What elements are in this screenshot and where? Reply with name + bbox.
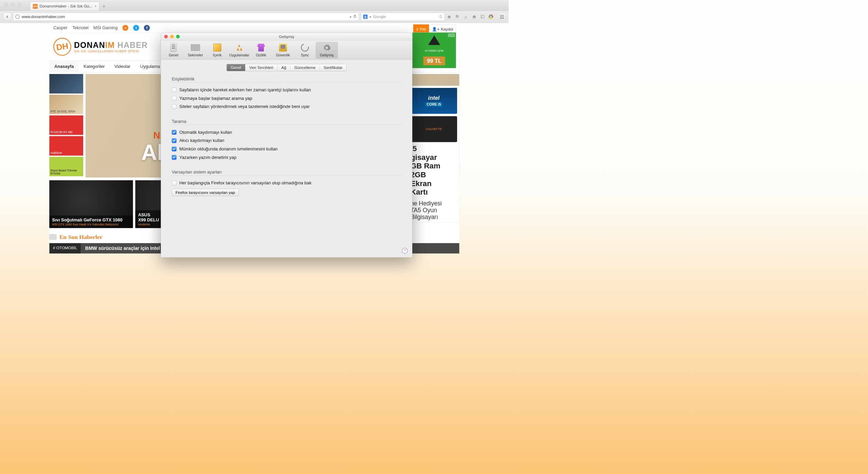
switch-icon: [170, 43, 177, 52]
subtab-update[interactable]: Güncelleme: [290, 64, 320, 71]
logo-mark-icon: DH: [52, 37, 73, 57]
globe-icon: [15, 15, 20, 19]
check-autoscroll[interactable]: Otomatik kaydırmayı kullan: [171, 128, 402, 136]
sidebar-icon[interactable]: [480, 14, 485, 19]
checkbox-checked-icon[interactable]: [172, 130, 177, 135]
prefs-tb-advanced[interactable]: Gelişmiş: [316, 42, 338, 59]
gpu-image-icon: GIGABYTE: [411, 116, 457, 142]
downloads-icon[interactable]: [463, 14, 468, 19]
ad-atombilisim[interactable]: ⓘ✕ ATOMBİLİŞİM 99 TL: [412, 33, 456, 68]
news-stack-icon: [49, 234, 56, 240]
minimize-dot-icon[interactable]: [11, 3, 15, 7]
url-text: www.donanimhaber.com: [22, 14, 348, 19]
browser-chrome: DH DonanımHaber - Sık Sık Gü... × + www.…: [0, 0, 509, 23]
hero-thumb[interactable]: Braun Beard Trimmer BT5090: [49, 157, 83, 176]
prefs-subtabs: Genel Veri Tercihleri Ağ Güncelleme Sert…: [227, 64, 347, 71]
browser-tab[interactable]: DH DonanımHaber - Sık Sık Gü... ×: [30, 2, 100, 11]
topbar-link[interactable]: MSI Gaming: [93, 25, 118, 30]
brand-triangle-icon: [428, 35, 440, 45]
sync-icon: [300, 42, 310, 53]
check-search-on-type[interactable]: Yazmaya başlar başlamaz arama yap: [171, 94, 402, 103]
tab-title: DonanımHaber - Sık Sık Gü...: [40, 4, 93, 8]
tab-close-icon[interactable]: ×: [94, 4, 96, 8]
prefs-tb-security[interactable]: Güvenlik: [272, 42, 294, 59]
checkbox-icon[interactable]: [172, 181, 177, 185]
prefs-toolbar: Genel Sekmeler İçerik Uygulamalar Gizlil…: [161, 41, 412, 60]
tab-strip: DH DonanımHaber - Sık Sık Gü... × +: [0, 0, 509, 11]
prefs-body: Genel Veri Tercihleri Ağ Güncelleme Sert…: [161, 60, 412, 257]
chrome-extension-icon[interactable]: [488, 14, 493, 19]
checkbox-icon[interactable]: [172, 104, 177, 109]
hero-thumb[interactable]: vodafone: [49, 136, 83, 156]
site-topbar: Casper Teknotel MSI Gaming ⌁ t f: [49, 23, 459, 33]
nav-home[interactable]: Anasayfa: [50, 61, 79, 72]
prefs-tb-sync[interactable]: Sync: [294, 42, 316, 59]
subtab-data[interactable]: Veri Tercihleri: [246, 64, 277, 71]
prefs-tb-content[interactable]: İçerik: [206, 42, 228, 59]
close-dot-icon[interactable]: [4, 3, 8, 7]
check-caret-browsing[interactable]: Sayfaların içinde hareket ederken her za…: [171, 86, 402, 94]
check-default-browser[interactable]: Her başlangıçta Firefox tarayıcısının va…: [171, 179, 402, 187]
home-icon[interactable]: [472, 14, 477, 19]
prefs-tb-tabs[interactable]: Sekmeler: [184, 42, 206, 59]
section-accessibility-title: Erişilebilirlik: [172, 76, 401, 81]
prefs-window-title: Gelişmiş: [279, 34, 294, 39]
window-minimize-icon[interactable]: [170, 35, 174, 39]
checkbox-icon[interactable]: [172, 96, 177, 101]
url-dropdown-icon[interactable]: ▾: [350, 15, 351, 19]
help-icon[interactable]: ?: [402, 248, 408, 254]
favicon-icon: DH: [33, 4, 38, 8]
nav-categories[interactable]: Kategoriler: [79, 61, 110, 72]
hero-thumb[interactable]: HTC 10 GÜÇ 10'DA: [49, 95, 83, 114]
new-tab-button[interactable]: +: [100, 2, 108, 11]
library-icon[interactable]: [455, 14, 460, 19]
intel-badge-icon: intelCORE i5: [411, 88, 457, 114]
product-card[interactable]: DH ÖZEL VİDEO▶ Sıvı Soğutmalı GeForce GT…: [49, 180, 133, 228]
window-zoom-icon[interactable]: [176, 35, 180, 39]
right-ad-column[interactable]: ⓘ✕ intelCORE i5 GIGABYTE İ5 gisayar GB R…: [408, 86, 459, 223]
ad-price: 99 TL: [423, 56, 445, 65]
prefs-tb-apps[interactable]: Uygulamalar: [228, 42, 250, 59]
topbar-link[interactable]: Teknotel: [72, 25, 89, 30]
search-engine-icon[interactable]: g: [363, 15, 367, 19]
prefs-titlebar[interactable]: Gelişmiş: [161, 33, 412, 41]
bookmark-star-icon[interactable]: [447, 14, 452, 19]
prefs-tb-privacy[interactable]: Gizlilik: [250, 42, 272, 59]
subtab-general[interactable]: Genel: [227, 64, 245, 71]
zoom-dot-icon[interactable]: [18, 3, 22, 7]
preferences-window: Gelişmiş Genel Sekmeler İçerik Uygulamal…: [161, 33, 412, 257]
check-hw-accel[interactable]: Mümkün olduğunda donanım ivmelenmesini k…: [171, 145, 402, 153]
rss-icon[interactable]: ⌁: [122, 25, 128, 31]
url-bar[interactable]: www.donanimhaber.com ▾: [13, 13, 359, 21]
topbar-link[interactable]: Casper: [53, 25, 68, 30]
checkbox-checked-icon[interactable]: [172, 147, 177, 151]
prefs-tb-general[interactable]: Genel: [163, 42, 184, 59]
news-category-tag[interactable]: # OTOMOBİL: [49, 243, 81, 253]
search-bar[interactable]: g ▾ Google: [361, 13, 445, 21]
search-icon[interactable]: [439, 15, 442, 19]
window-close-icon[interactable]: [164, 35, 168, 39]
section-system-title: Varsayılan sistem ayarları: [172, 169, 401, 175]
subtab-network[interactable]: Ağ: [277, 64, 290, 71]
twitter-icon[interactable]: t: [133, 25, 139, 31]
hamburger-menu-button[interactable]: [498, 13, 505, 20]
hero-thumb[interactable]: [49, 74, 83, 93]
reload-button[interactable]: [353, 15, 357, 19]
facebook-icon[interactable]: f: [144, 25, 150, 31]
check-smooth-scroll[interactable]: Akıcı kaydırmayı kullan: [171, 136, 402, 145]
content-icon: [213, 43, 221, 51]
subtab-certs[interactable]: Sertifikalar: [320, 64, 347, 71]
checkbox-checked-icon[interactable]: [172, 138, 177, 143]
checkbox-checked-icon[interactable]: [172, 155, 177, 160]
checkbox-icon[interactable]: [172, 88, 177, 92]
user-plus-icon: 👤+: [432, 27, 439, 32]
back-button[interactable]: [3, 13, 11, 21]
check-warn-redirect[interactable]: Siteler sayfaları yönlendirmek veya taze…: [171, 103, 402, 111]
nav-videos[interactable]: Videolar: [110, 61, 135, 72]
ad-subtext: ne Hediyesi TA5 Oyun Bilgisayarı: [411, 200, 457, 221]
site-logo[interactable]: DH DONANIM HABER SIK SIK GÜNCELLENEN HAB…: [53, 38, 148, 56]
check-spellcheck[interactable]: Yazarken yazım denetimi yap: [171, 153, 402, 162]
ad-headline: İ5 gisayar GB Ram 2GB Ekran Kartı: [411, 144, 457, 197]
make-default-button[interactable]: Firefox tarayıcısını varsayılan yap: [172, 189, 239, 196]
hero-thumb[interactable]: RADEON RX 480: [49, 115, 83, 135]
